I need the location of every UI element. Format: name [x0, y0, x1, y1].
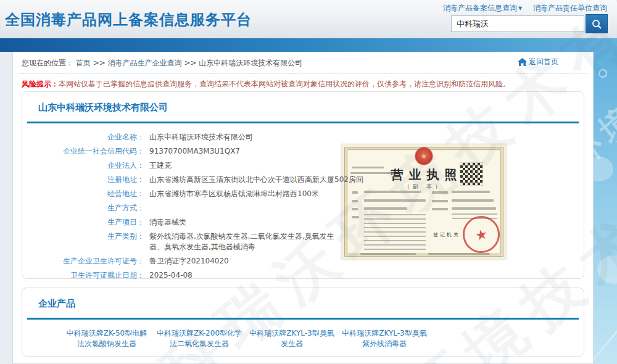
breadcrumb-prefix: 您现在的位置： [22, 59, 73, 67]
product-link[interactable]: 中科瑞沃牌ZKYL-3型臭氧紫外线消毒器 [341, 328, 428, 349]
header-band [0, 38, 617, 52]
field-row-name: 企业名称：山东中科瑞沃环境技术有限公司 [28, 132, 584, 143]
molecule-stick [594, 319, 617, 364]
products-title: 企业产品 [22, 288, 584, 310]
right-decor-strip: 环境技术 [594, 52, 617, 364]
product-link[interactable]: 中科瑞沃牌ZK-200型化学法二氧化氯发生器 [155, 328, 243, 349]
breadcrumb-home[interactable]: 首页 [76, 59, 91, 67]
molecule-blob [597, 255, 617, 284]
caret-down-icon: ▼ [518, 6, 522, 11]
nav-link-unit-query[interactable]: 消毒产品责任单位查询 [533, 4, 607, 12]
dashed-divider [19, 73, 587, 73]
products-panel: 企业产品 中科瑞沃牌ZK-50型电解法次氯酸钠发生器 中科瑞沃牌ZK-200型化… [22, 287, 584, 357]
company-fields: 企业名称：山东中科瑞沃环境技术有限公司 企业统一社会信用代码：91370700M… [22, 132, 584, 281]
risk-label: 风险提示： [22, 80, 59, 88]
search-input[interactable] [451, 15, 584, 32]
back-home-label: 返回首页 [529, 57, 558, 67]
product-link[interactable]: 中科瑞沃牌ZKYL-3型臭氧发生器 [248, 328, 336, 349]
risk-notice: 风险提示：本网站仅基于已掌握的信息提供查询服务，查询结果不代表本网站对被查询对象… [22, 79, 510, 89]
breadcrumb: 您现在的位置： 首页 >> 消毒产品生产企业查询 >> 山东中科瑞沃环境技术有限… [22, 58, 302, 68]
site-title: 全国消毒产品网上备案信息服务平台 [5, 10, 252, 30]
back-home-link[interactable]: 返回首页 [518, 57, 558, 67]
products-rule [27, 318, 579, 320]
product-list: 中科瑞沃牌ZK-50型电解法次氯酸钠发生器 中科瑞沃牌ZK-200型化学法二氧化… [63, 328, 584, 349]
field-row-license-number: 生产企业卫生许可证号：鲁卫消证字202104020 [28, 256, 584, 267]
title-rule [27, 122, 579, 123]
product-link[interactable]: 中科瑞沃牌ZK-50型电解法次氯酸钠发生器 [63, 328, 151, 349]
page-header: 全国消毒产品网上备案信息服务平台 消毒产品备案信息查询▼ 消毒产品责任单位查询 [0, 0, 617, 38]
search-button[interactable] [586, 14, 608, 33]
field-row-production-mode: 生产方式： [28, 203, 584, 213]
company-info-panel: 山东中科瑞沃环境技术有限公司 企业名称：山东中科瑞沃环境技术有限公司 企业统一社… [22, 91, 584, 279]
field-row-production-project: 生产项目：消毒器械类 [28, 217, 584, 228]
molecule-ring [598, 69, 607, 78]
nav-link-filing-query[interactable]: 消毒产品备案信息查询▼ [443, 4, 522, 12]
risk-text: 本网站仅基于已掌握的信息提供查询服务，查询结果不代表本网站对被查询对象信用状况的… [59, 80, 510, 88]
field-row-business-address: 经营地址：山东省潍坊市寒亭区双杨店镇湖淋埠出村路西100米 [28, 189, 584, 199]
company-title: 山东中科瑞沃环境技术有限公司 [22, 92, 584, 114]
breadcrumb-sep: >> [184, 59, 196, 67]
field-row-registered-address: 注册地址：山东省潍坊高新区玉清东街以北中心次干道以西高新大厦502房间 [28, 175, 584, 185]
breadcrumb-section[interactable]: 消毒产品生产企业查询 [108, 59, 182, 67]
breadcrumb-current: 山东中科瑞沃环境技术有限公司 [199, 59, 302, 67]
field-row-license-expiry: 卫生许可证截止日期：2025-04-08 [28, 270, 584, 281]
main-content: 您现在的位置： 首页 >> 消毒产品生产企业查询 >> 山东中科瑞沃环境技术有限… [12, 52, 594, 364]
field-row-legal-person: 企业法人：王建克 [28, 160, 584, 171]
breadcrumb-sep: >> [93, 59, 106, 67]
top-nav: 消毒产品备案信息查询▼ 消毒产品责任单位查询 [434, 3, 607, 14]
search-bar [451, 14, 608, 33]
search-icon [591, 19, 602, 30]
home-icon [518, 58, 527, 66]
field-row-credit-code: 企业统一社会信用代码：91370700MA3M3U1QX7 [28, 146, 584, 157]
field-row-production-category: 生产类别：紫外线消毒器,次氯酸钠发生器,二氧化氯发生器,臭氧发生器、臭氧水发生器… [28, 231, 584, 252]
molecule-blob [594, 157, 613, 181]
